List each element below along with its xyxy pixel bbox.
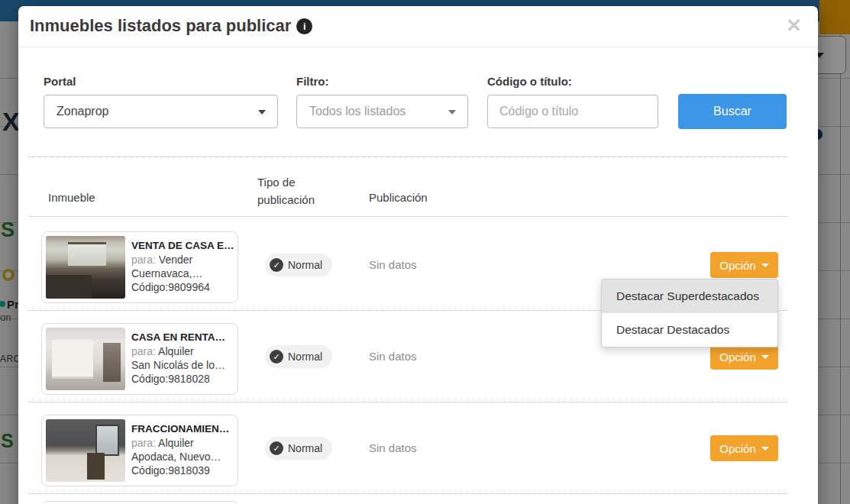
check-icon: ✓ [270, 350, 283, 363]
property-card: FRACCIONAMIEN… para: Alquiler Apodaca, N… [41, 415, 238, 486]
codigo-input-wrapper [487, 95, 658, 128]
property-info: FRACCIONAMIEN… para: Alquiler Apodaca, N… [131, 419, 234, 482]
column-header-publicacion: Publicación [369, 191, 428, 204]
portal-select[interactable]: Zonaprop [44, 95, 278, 128]
info-icon[interactable]: i [296, 18, 312, 34]
property-title: FRACCIONAMIEN… [131, 422, 234, 436]
chevron-down-icon [761, 447, 769, 451]
chevron-down-icon [258, 110, 266, 115]
chevron-down-icon [761, 355, 769, 359]
codigo-input[interactable] [488, 95, 658, 128]
close-icon[interactable]: ✕ [786, 14, 802, 37]
opcion-dropdown-menu: Destacar Superdestacados Destacar Destac… [601, 279, 778, 347]
property-thumbnail [46, 419, 125, 482]
modal-header: Inmuebles listados para publicari ✕ [18, 6, 818, 47]
modal-title: Inmuebles listados para publicari [30, 16, 312, 36]
row-divider [28, 493, 787, 494]
property-title: CASA EN RENTA… [131, 331, 234, 344]
property-card: VENTA DE CASA E… para: Vender Cuernavaca… [41, 231, 238, 303]
divider [28, 157, 787, 157]
opcion-button[interactable]: Opción [710, 435, 778, 461]
portal-select-value: Zonaprop [57, 95, 109, 128]
property-title: VENTA DE CASA E… [131, 239, 234, 253]
badge-label: Normal [288, 351, 322, 363]
para-label: para: [131, 254, 156, 266]
property-thumbnail [46, 328, 125, 390]
opcion-button[interactable]: Opción [710, 344, 778, 370]
header-divider [28, 216, 787, 217]
menu-item-destacar-destacados[interactable]: Destacar Destacados [602, 313, 777, 347]
property-location: San Nicolás de lo… [131, 358, 234, 372]
property-location: Apodaca, Nuevo… [131, 450, 234, 464]
filtro-select-value: Todos los listados [309, 95, 406, 128]
publication-status: Sin datos [369, 258, 417, 271]
property-code: Código:9809964 [131, 280, 234, 294]
property-operation: para: Alquiler [131, 436, 234, 450]
filtro-label: Filtro: [296, 75, 329, 88]
check-icon: ✓ [270, 258, 283, 272]
modal-title-text: Inmuebles listados para publicar [30, 16, 291, 35]
buscar-button[interactable]: Buscar [678, 94, 787, 129]
property-info: VENTA DE CASA E… para: Vender Cuernavaca… [131, 236, 234, 299]
publication-status: Sin datos [369, 441, 417, 454]
opcion-button-label: Opción [719, 442, 756, 455]
menu-item-destacar-superdestacados[interactable]: Destacar Superdestacados [602, 279, 777, 313]
badge-label: Normal [288, 442, 322, 454]
thumbnail-watermark [92, 455, 102, 462]
property-operation: para: Alquiler [131, 344, 234, 358]
property-operation: para: Vender [131, 253, 234, 267]
portal-label: Portal [44, 75, 76, 88]
screen: X S Pr on ARC S Inmuebles listados para … [0, 0, 850, 504]
property-thumbnail [46, 236, 125, 299]
publication-status: Sin datos [369, 350, 417, 363]
para-label: para: [131, 345, 156, 357]
chevron-down-icon [761, 263, 769, 267]
opcion-button-label: Opción [719, 351, 756, 363]
column-header-tipo-publicacion: Tipo de publicación [257, 173, 334, 208]
operation-value: Alquiler [158, 437, 194, 449]
property-card: CASA EN RENTA… para: Alquiler San Nicolá… [41, 323, 238, 395]
filtro-select[interactable]: Todos los listados [296, 95, 468, 128]
table-row: FRACCIONAMIEN… para: Alquiler Apodaca, N… [18, 409, 818, 500]
property-info: CASA EN RENTA… para: Alquiler San Nicolá… [131, 328, 234, 390]
property-code: Código:9818028 [131, 372, 234, 386]
operation-value: Alquiler [158, 345, 194, 357]
property-location: Cuernavaca,… [131, 267, 234, 280]
status-badge: ✓ Normal [265, 254, 332, 276]
opcion-button-label: Opción [719, 259, 756, 272]
badge-label: Normal [288, 259, 322, 271]
property-card-partial [41, 501, 238, 504]
para-label: para: [131, 437, 156, 449]
column-header-inmueble: Inmueble [48, 191, 95, 204]
operation-value: Vender [159, 254, 192, 266]
property-code: Código:9818039 [131, 464, 234, 477]
inmuebles-listados-modal: Inmuebles listados para publicari ✕ Port… [18, 6, 818, 504]
opcion-button[interactable]: Opción [710, 252, 778, 278]
codigo-label: Código o título: [487, 75, 572, 88]
row-divider [28, 402, 787, 402]
status-badge: ✓ Normal [265, 437, 332, 460]
status-badge: ✓ Normal [265, 345, 332, 368]
check-icon: ✓ [270, 441, 283, 455]
chevron-down-icon [448, 110, 456, 115]
